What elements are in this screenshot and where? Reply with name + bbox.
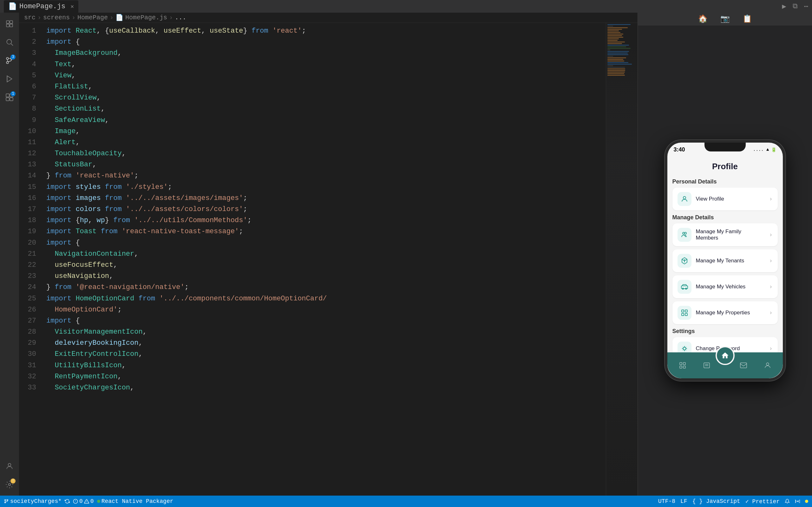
activity-search[interactable] — [2, 34, 17, 50]
file-icon: 📄 — [8, 2, 17, 11]
svg-point-17 — [683, 196, 686, 199]
breadcrumb-filename: HomePage.js — [125, 14, 167, 21]
phone-time: 3:40 — [674, 147, 685, 153]
errors-count[interactable]: 0 0 — [73, 498, 94, 504]
line-ending-label[interactable]: LF — [680, 498, 687, 504]
menu-properties[interactable]: Manage My Properties › — [672, 301, 778, 324]
svg-rect-11 — [6, 94, 9, 97]
svg-point-15 — [8, 463, 11, 466]
signal-icon: .... ▲ — [753, 147, 769, 152]
git-branch[interactable]: societyCharges* — [4, 498, 61, 504]
activity-source-control[interactable]: 3 — [2, 53, 17, 68]
status-left: societyCharges* 0 0 React Nativ — [4, 498, 173, 504]
activity-extensions[interactable]: 1 — [2, 89, 17, 105]
split-editor-button[interactable]: ⧉ — [793, 2, 798, 11]
svg-point-42 — [4, 499, 6, 501]
properties-label: Manage My Properties — [696, 309, 765, 316]
section-personal-details: Personal Details — [672, 178, 778, 185]
svg-point-27 — [683, 347, 686, 350]
notifications[interactable] — [785, 499, 790, 504]
minimap[interactable] — [606, 23, 638, 496]
breadcrumb-file-icon: 📄 — [115, 14, 123, 21]
svg-point-50 — [797, 501, 798, 502]
breadcrumb-homepage: HomePage — [78, 14, 108, 21]
settings-dot — [805, 500, 808, 503]
more-actions-button[interactable]: ⋯ — [804, 2, 808, 11]
packager-label: React Native Packager — [101, 498, 173, 504]
phone-scroll-area[interactable]: Personal Details View Profile › — [667, 175, 783, 352]
svg-rect-25 — [681, 314, 684, 316]
vehicles-icon-container — [677, 280, 692, 294]
broadcast[interactable] — [795, 499, 800, 504]
camera-preview-icon[interactable]: 📷 — [720, 14, 730, 23]
nav-profile[interactable] — [761, 358, 774, 372]
editor-area: src › screens › HomePage › 📄 HomePage.js… — [19, 13, 638, 496]
vehicles-label: Manage My Vehicles — [696, 284, 765, 290]
editor-tab[interactable]: 📄 HomePage.js ✕ — [4, 0, 78, 13]
packager-status[interactable]: React Native Packager — [97, 498, 173, 504]
preview-panel: 🏠 📷 📋 3:40 .... ▲ 🔋 Pro — [638, 13, 812, 496]
breadcrumb-src: src — [24, 14, 36, 21]
prettier-label[interactable]: ✓ Prettier — [745, 498, 780, 505]
menu-vehicles[interactable]: Manage My Vehicles › — [672, 275, 778, 298]
view-profile-label: View Profile — [696, 196, 765, 202]
phone-status-icons: .... ▲ 🔋 — [753, 147, 776, 153]
properties-chevron: › — [769, 309, 773, 316]
svg-rect-23 — [681, 310, 684, 312]
view-profile-icon-container — [677, 192, 692, 206]
menu-family-members[interactable]: Manage My Family Members › — [672, 223, 778, 246]
activity-run[interactable] — [2, 71, 17, 87]
family-members-chevron: › — [769, 232, 773, 238]
language-label[interactable]: { } JavaScript — [693, 498, 740, 504]
svg-point-41 — [766, 363, 769, 365]
code-editor[interactable]: 12345 678910 1112131415 1617181920 21222… — [19, 23, 638, 496]
run-button[interactable]: ▶ — [782, 2, 786, 11]
svg-point-6 — [6, 57, 9, 60]
breadcrumb-current: ... — [175, 14, 186, 21]
password-icon-container — [677, 342, 692, 352]
nav-mail[interactable] — [737, 358, 751, 372]
menu-tenants[interactable]: Manage My Tenants › — [672, 249, 778, 272]
activity-explorer[interactable] — [2, 16, 17, 32]
svg-rect-3 — [10, 24, 13, 27]
home-preview-icon[interactable]: 🏠 — [698, 14, 708, 23]
nav-home-button[interactable] — [716, 346, 734, 365]
activity-bar: 3 1 — [0, 13, 19, 496]
phone-header: Profile — [667, 157, 783, 175]
tab-close-button[interactable]: ✕ — [70, 3, 74, 10]
view-profile-chevron: › — [769, 196, 773, 202]
phone-mockup: 3:40 .... ▲ 🔋 Profile Personal Details — [665, 140, 785, 381]
svg-line-5 — [11, 44, 13, 46]
nav-grid[interactable] — [676, 358, 690, 372]
activity-settings[interactable]: ! — [2, 476, 17, 493]
copy-preview-icon[interactable]: 📋 — [743, 14, 752, 23]
vehicles-chevron: › — [769, 284, 773, 290]
svg-rect-13 — [6, 98, 9, 101]
activity-account[interactable] — [2, 458, 17, 474]
encoding-label[interactable]: UTF-8 — [658, 498, 675, 504]
tenants-label: Manage My Tenants — [696, 258, 765, 264]
menu-view-profile[interactable]: View Profile › — [672, 187, 778, 210]
phone-screen: Profile Personal Details — [667, 157, 783, 378]
phone-bottom-nav — [667, 352, 783, 378]
svg-marker-9 — [7, 76, 12, 82]
source-control-badge: 3 — [10, 55, 15, 60]
svg-point-44 — [7, 499, 8, 501]
svg-rect-33 — [680, 362, 682, 365]
errors-value: 0 — [79, 498, 83, 504]
sync-button[interactable] — [65, 499, 70, 504]
svg-point-4 — [7, 39, 11, 44]
svg-point-8 — [6, 61, 9, 64]
svg-point-19 — [684, 232, 687, 234]
svg-point-16 — [9, 484, 11, 486]
branch-name: societyCharges* — [10, 498, 61, 504]
settings-badge-status[interactable] — [805, 500, 808, 503]
phone-screen-title: Profile — [674, 162, 776, 171]
tenants-chevron: › — [769, 258, 773, 264]
properties-icon-container — [677, 306, 692, 320]
family-members-label: Manage My Family Members — [696, 228, 765, 241]
battery-icon: 🔋 — [771, 147, 776, 153]
extensions-badge: 1 — [10, 91, 15, 96]
code-text[interactable]: import React, {useCallback, useEffect, u… — [41, 23, 606, 496]
nav-list[interactable] — [700, 358, 714, 372]
